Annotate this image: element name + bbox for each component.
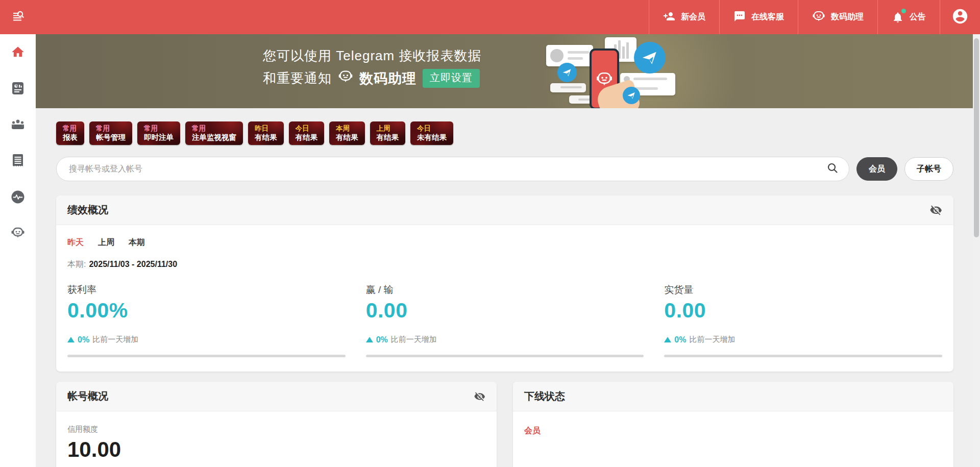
robot-chat-icon xyxy=(812,10,825,25)
nav-item-new-member[interactable]: 新会员 xyxy=(649,0,719,34)
tag-category: 上周 xyxy=(377,124,399,133)
metric-turnover: 实货量 0.00 0% 比前一天增加 xyxy=(664,283,942,357)
metric-delta-pct: 0% xyxy=(78,335,89,345)
message-card-small xyxy=(550,83,586,92)
nav-item-online-support[interactable]: 在线客服 xyxy=(719,0,798,34)
metric-label: 实货量 xyxy=(664,283,942,297)
period-value: 2025/11/03 - 2025/11/30 xyxy=(89,260,177,268)
tag-label: 有结果 xyxy=(296,133,318,142)
quick-tag-bet-monitor[interactable]: 常用 注单监视视窗 xyxy=(185,121,243,145)
banner-illustration xyxy=(541,34,761,108)
hide-values-button[interactable] xyxy=(930,204,942,216)
quick-tag-yesterday-settled[interactable]: 昨日 有结果 xyxy=(248,121,284,145)
tag-category: 常用 xyxy=(63,124,78,133)
period-label: 本期: xyxy=(67,260,86,268)
performance-title: 绩效概况 xyxy=(67,203,108,217)
telegram-plane-icon xyxy=(557,63,577,82)
credit-limit-value: 10.00 xyxy=(67,437,485,462)
pie-chart-graphic xyxy=(550,49,564,62)
account-overview-body: 信用额度 10.00 xyxy=(56,411,497,467)
metric-delta-text: 比前一天增加 xyxy=(689,335,735,345)
sidebar-item-accounts[interactable] xyxy=(10,118,26,133)
search-row: 会员 子帐号 xyxy=(56,157,953,181)
banner-line2-bold: 数码助理 xyxy=(359,69,416,88)
sidebar-item-orders[interactable] xyxy=(10,154,26,169)
tab-yesterday[interactable]: 昨天 xyxy=(67,237,84,248)
tag-label: 有结果 xyxy=(336,133,358,142)
search-box[interactable] xyxy=(56,157,849,181)
metric-delta-pct: 0% xyxy=(674,335,686,345)
accounts-group-icon xyxy=(10,118,26,133)
tag-category: 常用 xyxy=(192,124,236,133)
tab-last-week[interactable]: 上周 xyxy=(98,237,114,248)
sidebar-item-home[interactable] xyxy=(10,45,26,61)
tag-label: 报表 xyxy=(63,133,78,142)
banner-text: 您可以使用 Telegram 接收报表数据 和重要通知 xyxy=(263,45,481,88)
tag-category: 今日 xyxy=(417,124,447,133)
account-circle-icon xyxy=(951,8,969,27)
sidebar-item-assistant[interactable] xyxy=(10,227,26,242)
tag-category: 今日 xyxy=(296,124,318,133)
metrics-grid: 获利率 0.00% 0% 比前一天增加 赢 / 输 0.00 xyxy=(65,283,944,357)
dashboard-page: 新会员 在线客服 数码助理 xyxy=(0,0,980,467)
nav-item-label: 公告 xyxy=(910,12,926,22)
nav-item-announcements[interactable]: 公告 xyxy=(877,0,940,34)
bell-icon xyxy=(892,11,904,23)
banner-setup-button[interactable]: 立即设置 xyxy=(423,69,480,88)
quick-tag-account-management[interactable]: 常用 帐号管理 xyxy=(89,121,132,145)
receipt-list-icon xyxy=(11,154,24,170)
telegram-banner[interactable]: 您可以使用 Telegram 接收报表数据 和重要通知 xyxy=(36,34,973,108)
search-input[interactable] xyxy=(69,164,826,174)
search-icon[interactable] xyxy=(826,162,839,176)
tag-label: 注单监视视窗 xyxy=(192,133,236,142)
sidebar-item-reports[interactable] xyxy=(10,82,26,97)
notification-badge xyxy=(901,9,906,13)
metric-progress-bar xyxy=(67,355,346,357)
metric-progress-bar xyxy=(664,355,942,357)
hide-values-button[interactable] xyxy=(474,391,485,402)
performance-body: 昨天 上周 本期 本期:2025/11/03 - 2025/11/30 获利率 … xyxy=(56,225,953,372)
metric-delta-pct: 0% xyxy=(376,335,388,345)
filter-subaccount-button[interactable]: 子帐号 xyxy=(904,157,953,181)
credit-limit-label: 信用额度 xyxy=(67,425,485,434)
metric-progress-bar xyxy=(366,355,644,357)
menu-toggle-button[interactable] xyxy=(0,0,36,34)
chat-icon xyxy=(733,10,746,24)
quick-tag-today-settled[interactable]: 今日 有结果 xyxy=(289,121,325,145)
eye-slash-icon xyxy=(930,204,942,216)
tag-label: 帐号管理 xyxy=(96,133,126,142)
member-link[interactable]: 会员 xyxy=(524,426,541,435)
nav-item-label: 在线客服 xyxy=(751,12,784,22)
tag-category: 常用 xyxy=(144,124,174,133)
report-icon xyxy=(11,81,24,97)
tag-label: 有结果 xyxy=(377,133,399,142)
sidebar-item-activity[interactable] xyxy=(10,190,26,206)
quick-tag-week-settled[interactable]: 本周 有结果 xyxy=(329,121,365,145)
downline-status-title: 下线状态 xyxy=(524,389,565,403)
period-range: 本期:2025/11/03 - 2025/11/30 xyxy=(65,259,944,270)
quick-tags-row: 常用 报表 常用 帐号管理 常用 即时注单 常用 注单监视视窗 昨日 有结果 今… xyxy=(56,121,953,145)
robot-icon xyxy=(11,227,25,242)
nav-item-digital-assistant[interactable]: 数码助理 xyxy=(798,0,877,34)
page-scrollbar[interactable] xyxy=(973,34,980,467)
pulse-icon xyxy=(11,190,25,206)
scrollbar-thumb[interactable] xyxy=(974,38,979,237)
filter-member-button[interactable]: 会员 xyxy=(856,157,897,181)
nav-item-label: 数码助理 xyxy=(831,12,864,22)
left-sidebar xyxy=(0,34,36,467)
metric-label: 获利率 xyxy=(67,283,346,297)
quick-tag-live-bets[interactable]: 常用 即时注单 xyxy=(137,121,180,145)
quick-tag-lastweek-settled[interactable]: 上周 有结果 xyxy=(370,121,406,145)
navbar-spacer xyxy=(36,0,649,34)
robot-chat-icon xyxy=(338,69,353,88)
account-overview-header: 帐号概况 xyxy=(56,382,497,411)
tag-label: 未有结果 xyxy=(417,133,447,142)
performance-card: 绩效概况 昨天 上周 本期 本期:2025/11/03 - 2025/11/30… xyxy=(56,195,953,372)
tag-label: 即时注单 xyxy=(144,133,174,142)
metric-value: 0.00% xyxy=(67,299,346,323)
user-avatar-button[interactable] xyxy=(940,0,980,34)
quick-tag-reports[interactable]: 常用 报表 xyxy=(56,121,84,145)
tab-this-period[interactable]: 本期 xyxy=(129,237,145,248)
metric-delta-text: 比前一天增加 xyxy=(391,335,437,345)
quick-tag-today-unsettled[interactable]: 今日 未有结果 xyxy=(410,121,453,145)
